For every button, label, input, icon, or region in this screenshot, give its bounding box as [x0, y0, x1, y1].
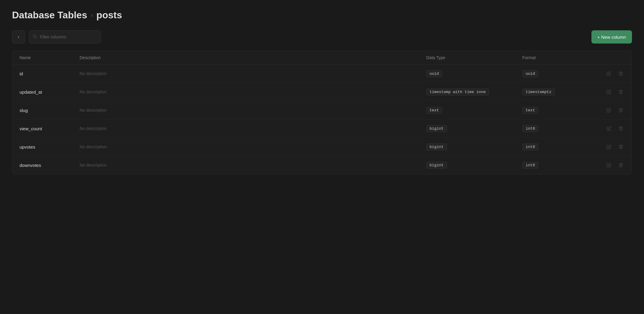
cell-actions [600, 88, 624, 95]
table-row: id No description uuid uuid [12, 65, 632, 83]
toolbar-left: ‹ [12, 30, 101, 44]
col-header-actions [600, 55, 624, 60]
delete-icon [618, 144, 623, 149]
cell-actions [600, 107, 624, 114]
col-header-format: Format [522, 55, 600, 60]
cell-description: No description [80, 71, 426, 76]
type-badge: bigint [426, 125, 447, 132]
edit-icon [606, 71, 611, 76]
cell-format: text [522, 107, 600, 114]
delete-icon [618, 89, 623, 94]
breadcrumb-chevron-icon: › [91, 12, 93, 19]
table-row: upvotes No description bigint int8 [12, 138, 632, 156]
breadcrumb-parent[interactable]: Database Tables [12, 10, 87, 21]
cell-format: int8 [522, 143, 600, 150]
edit-icon [606, 144, 611, 149]
cell-data-type: bigint [426, 143, 522, 150]
new-column-button[interactable]: + New column [591, 30, 632, 44]
format-badge: int8 [522, 143, 538, 150]
format-badge: timestamptz [522, 89, 555, 95]
table-row: updated_at No description timestamp with… [12, 83, 632, 101]
delete-button[interactable] [617, 107, 624, 114]
delete-icon [618, 108, 623, 113]
breadcrumb: Database Tables › posts [12, 10, 632, 21]
cell-description: No description [80, 89, 426, 94]
table-row: view_count No description bigint int8 [12, 119, 632, 138]
col-header-data-type: Data Type [426, 55, 522, 60]
edit-button[interactable] [605, 70, 612, 77]
cell-format: int8 [522, 125, 600, 132]
new-column-label: + New column [597, 35, 626, 40]
cell-description: No description [80, 108, 426, 113]
edit-button[interactable] [605, 107, 612, 114]
type-badge: bigint [426, 162, 447, 169]
delete-icon [618, 163, 623, 168]
table-row: downvotes No description bigint int8 [12, 156, 632, 174]
delete-icon [618, 126, 623, 131]
cell-data-type: text [426, 107, 522, 114]
format-badge: int8 [522, 162, 538, 169]
edit-button[interactable] [605, 88, 612, 95]
cell-name: id [20, 71, 80, 76]
edit-icon [606, 108, 611, 113]
cell-format: uuid [522, 70, 600, 77]
type-badge: uuid [426, 70, 442, 77]
back-icon: ‹ [18, 34, 19, 40]
cell-actions [600, 70, 624, 77]
type-badge: bigint [426, 143, 447, 150]
edit-icon [606, 163, 611, 168]
delete-button[interactable] [617, 88, 624, 95]
delete-button[interactable] [617, 162, 624, 169]
cell-format: timestamptz [522, 89, 600, 95]
edit-button[interactable] [605, 125, 612, 132]
cell-data-type: bigint [426, 125, 522, 132]
breadcrumb-current: posts [96, 10, 122, 21]
cell-name: downvotes [20, 163, 80, 168]
type-badge: timestamp with time zone [426, 89, 489, 95]
table-header: Name Description Data Type Format [12, 51, 632, 65]
cell-name: view_count [20, 126, 80, 131]
delete-icon [618, 71, 623, 76]
search-input[interactable] [29, 30, 101, 44]
delete-button[interactable] [617, 143, 624, 150]
edit-icon [606, 126, 611, 131]
cell-format: int8 [522, 162, 600, 169]
edit-button[interactable] [605, 162, 612, 169]
cell-name: updated_at [20, 89, 80, 95]
cell-actions [600, 125, 624, 132]
delete-button[interactable] [617, 125, 624, 132]
format-badge: uuid [522, 70, 538, 77]
type-badge: text [426, 107, 442, 114]
format-badge: int8 [522, 125, 538, 132]
cell-description: No description [80, 144, 426, 149]
cell-actions [600, 143, 624, 150]
format-badge: text [522, 107, 538, 114]
table-row: slug No description text text [12, 101, 632, 119]
delete-button[interactable] [617, 70, 624, 77]
edit-button[interactable] [605, 143, 612, 150]
toolbar: ‹ + New column [12, 30, 632, 44]
search-container [29, 30, 101, 44]
col-header-name: Name [20, 55, 80, 60]
cell-name: upvotes [20, 144, 80, 149]
edit-icon [606, 89, 611, 94]
cell-description: No description [80, 163, 426, 168]
back-button[interactable]: ‹ [12, 30, 25, 44]
cell-data-type: bigint [426, 162, 522, 169]
cell-description: No description [80, 126, 426, 131]
cell-data-type: uuid [426, 70, 522, 77]
cell-data-type: timestamp with time zone [426, 89, 522, 95]
columns-table: Name Description Data Type Format id No … [12, 51, 632, 174]
cell-name: slug [20, 108, 80, 113]
col-header-description: Description [80, 55, 426, 60]
table-body: id No description uuid uuid [12, 65, 632, 174]
cell-actions [600, 162, 624, 169]
